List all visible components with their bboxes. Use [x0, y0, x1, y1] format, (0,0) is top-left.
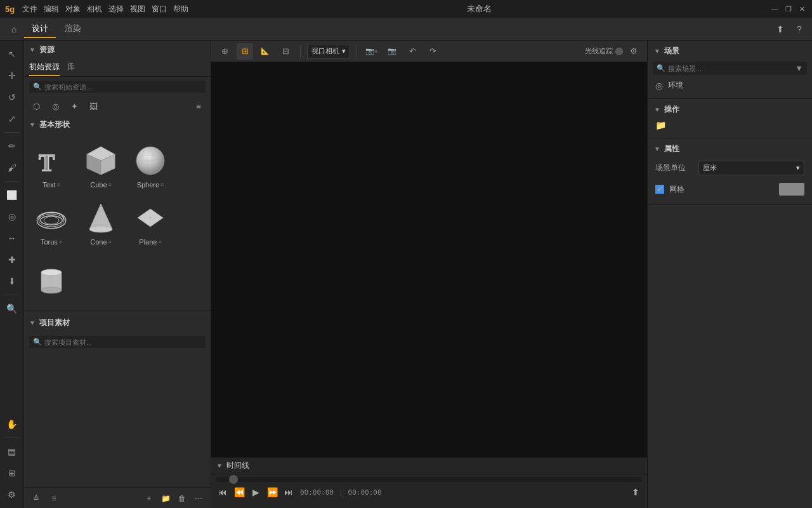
vt-frame-icon[interactable]: ⊞: [237, 43, 253, 60]
folder-asset-button[interactable]: 📁: [159, 491, 173, 505]
shape-cylinder[interactable]: [27, 251, 76, 308]
animate-tool[interactable]: ◎: [3, 207, 22, 226]
shape-plane-settings[interactable]: ≡: [158, 239, 161, 245]
scene-search-input[interactable]: [668, 65, 792, 72]
filter-material-icon[interactable]: ◎: [48, 99, 62, 113]
panel-icon-1[interactable]: ▤: [3, 442, 22, 461]
timeline-export-icon[interactable]: ⬆: [629, 486, 642, 498]
list-view-icon[interactable]: ≡: [192, 99, 206, 113]
shape-torus[interactable]: Torus ≡: [27, 194, 76, 251]
filter-image-icon[interactable]: 🖼: [86, 99, 100, 113]
select-tool[interactable]: ↖: [3, 44, 22, 64]
vt-transform-icon[interactable]: ⊕: [216, 43, 233, 60]
vt-camera-add-icon[interactable]: 📷+: [363, 43, 380, 60]
shape-cube-settings[interactable]: ≡: [108, 182, 112, 188]
assets-search-bar[interactable]: 🔍: [29, 81, 206, 93]
timeline-prev-frame[interactable]: ⏪: [233, 486, 246, 498]
timeline-collapse-arrow[interactable]: ▼: [216, 462, 223, 469]
menu-edit[interactable]: 编辑: [44, 4, 59, 15]
shape-sphere-settings[interactable]: ≡: [160, 182, 164, 188]
restore-button[interactable]: ❐: [784, 4, 793, 13]
shape-cone-settings[interactable]: ≡: [108, 239, 112, 245]
move-tool[interactable]: ✛: [3, 66, 22, 85]
viewport-canvas[interactable]: [211, 62, 647, 457]
unit-select[interactable]: 厘米 ▾: [698, 161, 804, 175]
timeline-handle[interactable]: [229, 475, 238, 484]
vt-mode-icon[interactable]: ⊟: [277, 43, 294, 60]
filter-light-icon[interactable]: ✦: [67, 99, 81, 113]
more-asset-button[interactable]: ⋯: [192, 491, 206, 505]
shape-text[interactable]: T T Text ≡: [27, 137, 76, 194]
search-tool[interactable]: 🔍: [3, 299, 22, 318]
menu-file[interactable]: 文件: [22, 4, 37, 15]
tab-initial-assets[interactable]: 初始资源: [29, 59, 60, 76]
menu-help[interactable]: 帮助: [173, 4, 188, 15]
shape-cone[interactable]: Cone ≡: [76, 194, 126, 251]
sort-icon[interactable]: ≜: [29, 491, 43, 505]
shape-torus-settings[interactable]: ≡: [59, 239, 62, 245]
brush-tool[interactable]: ✏: [3, 137, 22, 156]
operations-section-header[interactable]: ▼ 操作: [648, 99, 812, 117]
project-section-header[interactable]: ▼ 项目素材: [24, 314, 211, 332]
scene-filter-icon[interactable]: ▼: [795, 64, 803, 73]
shape-plane[interactable]: Plane ≡: [126, 194, 175, 251]
hand-tool[interactable]: ✋: [3, 415, 22, 434]
shape-cube[interactable]: Cube ≡: [76, 137, 126, 194]
project-search-input[interactable]: [44, 338, 202, 346]
grid-checkbox[interactable]: ✓: [655, 185, 664, 194]
tab-render[interactable]: 渲染: [57, 20, 89, 38]
menu-select[interactable]: 选择: [108, 4, 124, 15]
home-button[interactable]: ⌂: [5, 20, 23, 38]
paint-tool[interactable]: 🖌: [3, 158, 22, 177]
vt-settings-icon[interactable]: ⚙: [625, 43, 642, 60]
menu-object[interactable]: 对象: [65, 4, 81, 15]
project-search-bar[interactable]: 🔍: [29, 336, 206, 348]
scene-search-bar[interactable]: 🔍 ▼: [653, 62, 807, 75]
vt-undo-view-icon[interactable]: ↶: [404, 43, 421, 60]
vt-camera-sub-icon[interactable]: 📷: [384, 43, 400, 60]
panel-icon-2[interactable]: ⊞: [3, 464, 22, 483]
titlebar: 5g 文件 编辑 对象 相机 选择 视图 窗口 帮助 未命名 — ❐ ✕: [0, 0, 812, 18]
settings-bottom-icon[interactable]: ⚙: [3, 485, 22, 504]
scale-tool[interactable]: ⤢: [3, 109, 22, 128]
assets-section-header[interactable]: ▼ 资源: [24, 41, 211, 59]
filter-3d-icon[interactable]: ⬡: [29, 99, 43, 113]
close-button[interactable]: ✕: [798, 4, 807, 13]
tab-design[interactable]: 设计: [24, 20, 56, 38]
menu-window[interactable]: 窗口: [152, 4, 167, 15]
transform-tool[interactable]: ✚: [3, 250, 22, 269]
menu-view[interactable]: 视图: [130, 4, 145, 15]
minimize-button[interactable]: —: [770, 4, 779, 13]
operations-folder-item[interactable]: 📁: [648, 117, 812, 133]
shape-sphere[interactable]: Sphere ≡: [126, 137, 175, 194]
rotate-tool[interactable]: ↺: [3, 88, 22, 107]
vt-redo-view-icon[interactable]: ↷: [424, 43, 441, 60]
delete-asset-button[interactable]: 🗑: [175, 491, 189, 505]
help-icon[interactable]: ?: [792, 22, 807, 37]
assets-search-input[interactable]: [44, 83, 202, 91]
share-icon[interactable]: ⬆: [773, 22, 788, 37]
camera-select[interactable]: 视口相机 ▾: [307, 44, 350, 59]
vt-snap-icon[interactable]: 📐: [257, 43, 273, 60]
tab-library[interactable]: 库: [67, 59, 75, 76]
list-icon[interactable]: ≡: [47, 491, 61, 505]
add-asset-button[interactable]: +: [142, 491, 156, 505]
scene-section-header[interactable]: ▼ 场景: [648, 41, 812, 59]
project-section-title: 项目素材: [39, 318, 70, 328]
properties-section-header[interactable]: ▼ 属性: [648, 138, 812, 157]
grid-color-swatch[interactable]: [779, 183, 804, 196]
asset-add-tools: + 📁 🗑 ⋯: [142, 491, 206, 505]
timeline-skip-start[interactable]: ⏮: [216, 486, 229, 498]
down-tool[interactable]: ⬇: [3, 272, 22, 291]
timeline-bar[interactable]: [216, 477, 642, 482]
menu-camera[interactable]: 相机: [87, 4, 102, 15]
timeline-next-frame[interactable]: ⏩: [266, 486, 278, 498]
timeline-skip-end[interactable]: ⏭: [282, 486, 295, 498]
viewport-toolbar-right: 光线追踪 ⚙: [585, 43, 642, 60]
scene-item-environment[interactable]: ◎ 环境: [648, 77, 812, 93]
basic-shapes-header[interactable]: ▼ 基本形状: [24, 116, 211, 134]
cube-tool[interactable]: ⬜: [3, 185, 22, 204]
shape-text-settings[interactable]: ≡: [56, 182, 60, 188]
connect-tool[interactable]: ↔: [3, 229, 22, 248]
timeline-play[interactable]: ▶: [249, 486, 262, 498]
